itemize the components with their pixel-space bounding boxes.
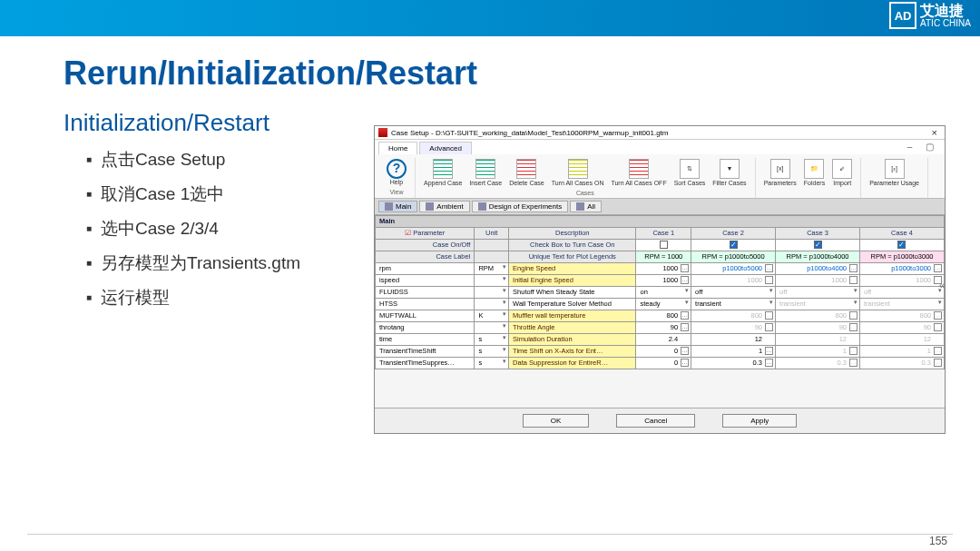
sup-c2[interactable]: 0.3… xyxy=(691,357,776,369)
expand-handle[interactable]: « xyxy=(939,280,945,290)
hdr-desc: Description xyxy=(509,227,636,239)
time-c1[interactable]: 2.4 xyxy=(636,333,691,345)
htss-c2[interactable]: transient xyxy=(691,298,776,310)
param-throtang: throtang xyxy=(376,321,475,333)
ts-c4[interactable]: 1… xyxy=(859,345,944,357)
brand-logo: AD 艾迪捷 ATIC CHINA xyxy=(889,2,971,29)
caselabel-c4[interactable]: RPM = p1000to3000 xyxy=(859,251,944,262)
mufw-c2[interactable]: 800… xyxy=(691,310,776,321)
hdr-case1[interactable]: Case 1 xyxy=(636,227,691,239)
titlebar: Case Setup - D:\GT-SUITE_working_data\Mo… xyxy=(375,126,945,140)
case3-checkbox[interactable]: ✓ xyxy=(776,239,860,251)
folders-button[interactable]: 📁Folders xyxy=(801,158,828,188)
htss-c4[interactable]: transient xyxy=(859,298,944,310)
case2-checkbox[interactable]: ✓ xyxy=(691,239,776,251)
fluid-c3[interactable]: off xyxy=(776,286,860,298)
row-caselabel-label: Case Label xyxy=(376,251,475,262)
row-caselabel-desc: Unique Text for Plot Legends xyxy=(509,251,636,262)
ok-button[interactable]: OK xyxy=(523,414,590,428)
thr-c4[interactable]: 90… xyxy=(859,321,944,333)
thr-c1[interactable]: 90… xyxy=(636,321,691,333)
app-icon xyxy=(378,128,387,137)
param-fluidss: FLUIDSS xyxy=(376,286,475,298)
fluid-c4[interactable]: off xyxy=(859,286,944,298)
desc-fluidss: Shutoff When Steady State xyxy=(509,286,636,298)
row-onoff-label: Case On/Off xyxy=(376,239,475,251)
htss-c3[interactable]: transient xyxy=(776,298,860,310)
all-on-button[interactable]: Turn All Cases ON xyxy=(549,158,607,188)
ts-c3[interactable]: 1… xyxy=(776,345,860,357)
case1-checkbox[interactable] xyxy=(636,239,691,251)
filter-cases-button[interactable]: ▼Filter Cases xyxy=(710,158,749,188)
time-c4[interactable]: 12 xyxy=(859,333,944,345)
import-button[interactable]: ⇙Import xyxy=(829,158,855,188)
fluid-c2[interactable]: off xyxy=(691,286,776,298)
caselabel-c2[interactable]: RPM = p1000to5000 xyxy=(691,251,776,262)
parameter-grid[interactable]: Main ☑ Parameter Unit Description Case 1… xyxy=(375,215,945,369)
help-button[interactable]: ?Help xyxy=(384,158,409,187)
brand-mark: AD xyxy=(889,2,916,29)
subtab-all[interactable]: All xyxy=(570,201,602,212)
ispd-c3[interactable]: 1000… xyxy=(776,274,860,286)
rpm-c4[interactable]: p1000to3000… xyxy=(859,262,944,274)
subtab-ambient[interactable]: Ambient xyxy=(419,201,469,212)
htss-c1[interactable]: steady xyxy=(636,298,691,310)
close-button[interactable]: × xyxy=(928,127,941,138)
rpm-c3[interactable]: p1000to4000… xyxy=(776,262,860,274)
ispd-c4[interactable]: 1000… xyxy=(859,274,944,286)
desc-muftwall: Muffler wall temperature xyxy=(509,310,636,321)
dialog-buttonbar: OK Cancel Apply xyxy=(375,408,945,433)
tab-advanced[interactable]: Advanced xyxy=(419,142,472,154)
delete-case-button[interactable]: Delete Case xyxy=(506,158,547,188)
subtab-main[interactable]: Main xyxy=(378,201,417,212)
subtab-bar: Main Ambient Design of Experiments All xyxy=(375,199,945,215)
ribbon-tabstrip: Home Advanced – ▢ xyxy=(375,140,945,154)
window-controls[interactable]: – ▢ xyxy=(907,142,945,154)
row-onoff-desc: Check Box to Turn Case On xyxy=(509,239,636,251)
hdr-case4[interactable]: Case 4 xyxy=(859,227,944,239)
ispd-c1[interactable]: 1000… xyxy=(636,274,691,286)
case-setup-dialog: Case Setup - D:\GT-SUITE_working_data\Mo… xyxy=(374,125,946,434)
cancel-button[interactable]: Cancel xyxy=(616,414,695,428)
mufw-c4[interactable]: 800… xyxy=(859,310,944,321)
sort-cases-button[interactable]: ⇅Sort Cases xyxy=(671,158,709,188)
thr-c3[interactable]: 90… xyxy=(776,321,860,333)
section-main: Main xyxy=(376,215,945,227)
parameter-usage-button[interactable]: [𝑥]Parameter Usage xyxy=(867,158,922,188)
group-view: View xyxy=(389,189,403,195)
ts-c1[interactable]: 0… xyxy=(636,345,691,357)
hdr-unit: Unit xyxy=(475,227,509,239)
caselabel-c3[interactable]: RPM = p1000to4000 xyxy=(776,251,860,262)
fluid-c1[interactable]: on xyxy=(636,286,691,298)
case4-checkbox[interactable]: ✓ xyxy=(859,239,944,251)
sup-c1[interactable]: 0… xyxy=(636,357,691,369)
append-case-button[interactable]: Append Case xyxy=(421,158,465,188)
param-suppress: TransientTimeSuppres… xyxy=(376,357,475,369)
mufw-c1[interactable]: 800… xyxy=(636,310,691,321)
page-number: 155 xyxy=(929,535,947,547)
param-rpm: rpm xyxy=(376,262,475,274)
unit-ispeed[interactable] xyxy=(475,274,509,286)
time-c2[interactable]: 12 xyxy=(691,333,776,345)
param-htss: HTSS xyxy=(376,298,475,310)
all-off-button[interactable]: Turn All Cases OFF xyxy=(608,158,669,188)
sup-c4[interactable]: 0.3… xyxy=(859,357,944,369)
mufw-c3[interactable]: 800… xyxy=(776,310,860,321)
subtab-doe[interactable]: Design of Experiments xyxy=(472,201,568,212)
ispd-c2[interactable]: 1000… xyxy=(691,274,776,286)
ts-c2[interactable]: 1… xyxy=(691,345,776,357)
apply-button[interactable]: Apply xyxy=(722,414,797,428)
thr-c2[interactable]: 90… xyxy=(691,321,776,333)
rpm-c2[interactable]: p1000to5000… xyxy=(691,262,776,274)
time-c3[interactable]: 12 xyxy=(776,333,860,345)
hdr-case3[interactable]: Case 3 xyxy=(776,227,860,239)
insert-case-button[interactable]: Insert Case xyxy=(466,158,505,188)
parameters-button[interactable]: [x]Parameters xyxy=(761,158,799,188)
tab-home[interactable]: Home xyxy=(378,142,417,154)
rpm-c1[interactable]: 1000… xyxy=(636,262,691,274)
sup-c3[interactable]: 0.3… xyxy=(776,357,860,369)
caselabel-c1[interactable]: RPM = 1000 xyxy=(636,251,691,262)
desc-timeshift: Time Shift on X-Axis for Ent… xyxy=(509,345,636,357)
unit-rpm[interactable]: RPM xyxy=(475,262,509,274)
hdr-case2[interactable]: Case 2 xyxy=(691,227,776,239)
